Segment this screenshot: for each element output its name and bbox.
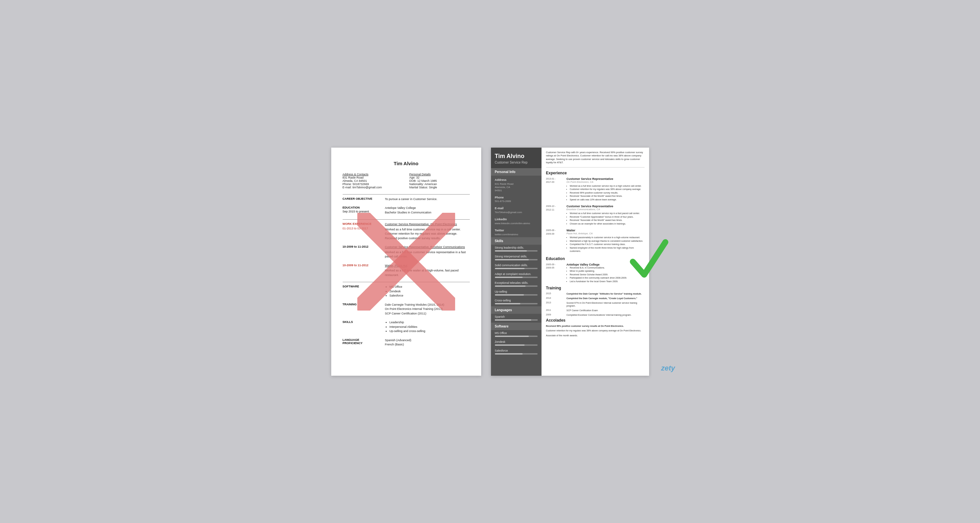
contact-block: Address & Contacts 831 Rasle Road Almeda…	[343, 173, 470, 189]
work-section: WORK EXPERIENCE 01-2013 to 03-2017 Custo…	[343, 222, 470, 240]
sidebar-address: Address 831 Rasle Road Alameda, CA 94501	[491, 176, 541, 193]
skill-crossselling-label: Cross-selling	[495, 299, 538, 302]
work-section3: 10-2009 to 11-2012 Waiter, Pizza Hut Wor…	[343, 264, 470, 278]
accolade-2: Customer retention for my regulars was 3…	[546, 329, 644, 333]
skills-label: SKILLS	[343, 320, 379, 334]
sw-zendesk-bar-fill	[495, 345, 525, 346]
skill-item-1: Leadership	[390, 320, 470, 325]
career-label: CAREER OBJECTIVE	[343, 197, 379, 202]
training-item-4: 2011 SCP Career Certification Exam	[546, 309, 644, 312]
sidebar-twitter: Twitter twitter.com/timalvino	[491, 226, 541, 237]
email-sidebar-label: E-mail	[495, 207, 538, 210]
training-year-3: 2013	[546, 301, 564, 308]
phone-line: Phone: 5018732669	[343, 183, 403, 186]
exp-item-2: 2009-10 - 2012-11 Customer Service Repre…	[546, 205, 644, 226]
lang-spanish-label: Spanish	[495, 315, 538, 318]
sw-msoffice-bar-fill	[495, 335, 529, 337]
skill-leadership-bar-bg	[495, 250, 538, 251]
work-dates2: 10-2009 to 11-2012	[343, 245, 379, 259]
address-sidebar-val1: 831 Rasle Road	[495, 183, 538, 185]
address-col: Address & Contacts 831 Rasle Road Almeda…	[343, 173, 403, 189]
work-label: WORK EXPERIENCE 01-2013 to 03-2017	[343, 222, 379, 240]
exp-title-1: Customer Service Representative	[566, 177, 644, 181]
language-content: Spanish (Advanced) French (Basic)	[385, 338, 470, 347]
email-sidebar-val: TimTAlvino@gmail.com	[495, 211, 538, 214]
twitter-sidebar-label: Twitter	[495, 229, 538, 233]
sidebar-email: E-mail TimTAlvino@gmail.com	[491, 204, 541, 215]
sidebar-header: Tim Alvino Customer Service Rep	[491, 148, 541, 169]
skill-interpersonal-bar-fill	[495, 259, 529, 261]
job1-title: Customer Service Representative, On Poin…	[385, 222, 470, 227]
right-name: Tim Alvino	[495, 153, 538, 160]
training-text-2: Completed the Dale Carnegie module, "Cre…	[566, 297, 644, 300]
software-section-title: Software	[491, 323, 541, 330]
exp-bullets-1: Worked as a full time customer service r…	[566, 184, 644, 202]
sw-msoffice-label: MS Office	[495, 331, 538, 335]
training-year-1: 2015	[546, 292, 564, 296]
sw-salesforce-bar-fill	[495, 353, 523, 354]
job2-title: Customer Service Representative, Excelsi…	[385, 245, 470, 250]
address-sidebar-label: Address	[495, 178, 538, 182]
sidebar-linkedin: LinkedIn www.linkedin.com/in/tim-alvino	[491, 215, 541, 226]
skills-section-title: Skills	[491, 237, 541, 245]
exp-content-2: Customer Service Representative Excelsio…	[566, 205, 644, 226]
skill-telesales: Exceptional telesales skills.	[491, 280, 541, 289]
training-year-5: 2009	[546, 313, 564, 317]
lang-spanish-bar-fill	[495, 320, 531, 321]
skill-upselling-bar-fill	[495, 294, 524, 296]
job3-desc: Worked as a full time waiter at a high-v…	[385, 269, 470, 277]
address-sidebar-val3: 94501	[495, 189, 538, 192]
work-content1: Customer Service Representative, On Poin…	[385, 222, 470, 240]
work-dates3: 10-2009 to 11-2012	[343, 264, 379, 278]
training-section-title: Training	[546, 286, 644, 290]
dob-line: DOB: 12 March 1985	[409, 179, 470, 183]
software-label: SOFTWARE	[343, 285, 379, 298]
accolade-3: Associate of the month awards.	[546, 334, 644, 338]
edu-dates-1: 2005-09 - 2009-05	[546, 263, 564, 283]
skill-upselling: Up-selling	[491, 289, 541, 297]
work-section2: 10-2009 to 11-2012 Customer Service Repr…	[343, 245, 470, 259]
skill-crossselling-bar-fill	[495, 303, 521, 304]
skill-interpersonal: Strong interpersonal skills.	[491, 254, 541, 262]
education-section-title: Education	[546, 256, 644, 261]
left-name: Tim Alvino	[343, 161, 470, 166]
phone-sidebar-val: 501-873-2669	[495, 200, 538, 203]
address-line2: Almeda, CA 94501	[343, 179, 403, 183]
skill-interpersonal-label: Strong interpersonal skills.	[495, 255, 538, 258]
sw-msoffice-bar-bg	[495, 335, 538, 337]
software-section: SOFTWARE MS Office Zendesk Salesforce	[343, 285, 470, 298]
right-main: Customer Service Rep with 8+ years exper…	[541, 148, 649, 376]
career-text: To pursue a career in Customer Service.	[385, 197, 470, 202]
training-item-5: 2009 Completed Excelsior Communications'…	[546, 313, 644, 317]
skill-communication-bar-bg	[495, 268, 538, 269]
marital-line: Marital Status: Single	[409, 186, 470, 189]
personal-label: Personal Details	[409, 173, 470, 176]
sw-zendesk-label: Zendesk	[495, 340, 538, 343]
training-item-1: 2015 Completed the Dale Carnegie "Attitu…	[546, 292, 644, 296]
training-text-3: Scored 97% in On Point Electronics' inte…	[566, 301, 644, 308]
skill-complaint-bar-bg	[495, 277, 538, 278]
right-summary: Customer Service Rep with 8+ years exper…	[546, 151, 644, 167]
edu-item-1: 2005-09 - 2009-05 Antelope Valley Colleg…	[546, 263, 644, 283]
skills-content: Leadership Interpersonal Abilities Up-se…	[385, 320, 470, 334]
skill-upselling-bar-bg	[495, 294, 538, 296]
exp-title-2: Customer Service Representative	[566, 205, 644, 208]
sw-salesforce-bar-bg	[495, 353, 538, 354]
exp-company-3: Pizza Hut, Antelope, CA	[566, 232, 644, 235]
exp-company-1: On Point Electronics, CA	[566, 181, 644, 183]
exp-content-3: Waiter Pizza Hut, Antelope, CA Worked pa…	[566, 229, 644, 253]
skill-communication-label: Solid communication skills.	[495, 264, 538, 267]
education-content: Antelope Valley College Bachelor Studies…	[385, 206, 470, 215]
sw-zendesk: Zendesk	[491, 339, 541, 348]
lang-spanish: Spanish	[491, 314, 541, 323]
age-line: Age: 32	[409, 176, 470, 179]
right-resume-wrapper: Tim Alvino Customer Service Rep Personal…	[491, 148, 649, 376]
exp-content-1: Customer Service Representative On Point…	[566, 177, 644, 202]
training-year-4: 2011	[546, 309, 564, 312]
right-sidebar: Tim Alvino Customer Service Rep Personal…	[491, 148, 541, 376]
sidebar-phone: Phone 501-873-2669	[491, 193, 541, 204]
skill-crossselling-bar-bg	[495, 303, 538, 304]
nationality-line: Nationality: American	[409, 183, 470, 186]
exp-company-2: Excelsior Communications, CA	[566, 208, 644, 211]
skill-crossselling: Cross-selling	[491, 297, 541, 306]
